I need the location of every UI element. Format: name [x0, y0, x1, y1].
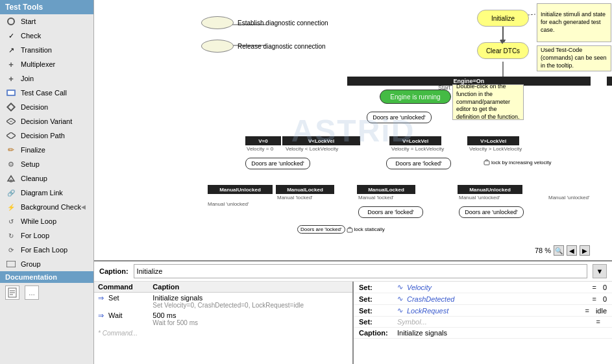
sidebar-item-finalize[interactable]: ✏ Finalize — [0, 143, 93, 157]
v-gt-lock-band: V>LockVel — [467, 136, 519, 145]
engine-running-label: Engine is running — [390, 93, 440, 101]
sidebar-label-group: Group — [21, 260, 41, 268]
sidebar-label-transition: Transition — [21, 46, 52, 54]
cmd-wait-caption: 500 ms — [153, 311, 176, 319]
manual-unlocked-t2: Manual 'unlocked' — [208, 201, 249, 207]
cmd-col-command: Command — [94, 282, 149, 293]
diagram-canvas[interactable]: ASTRiD — [94, 0, 612, 260]
v-lock-vel-band: V=LockVel — [389, 136, 441, 145]
svg-rect-1 — [8, 91, 14, 95]
doors-locked-1[interactable]: Doors are 'locked' — [386, 158, 451, 169]
sidebar-label-testcasecall: Test Case Call — [21, 89, 67, 97]
lock-statically-area: Doors are 'locked' lock statically — [297, 225, 385, 234]
zoom-nav-button[interactable]: ◀ — [567, 245, 577, 256]
right-row-crash: Set: ∿ CrashDetected = 0 — [354, 293, 612, 305]
testcasecall-icon — [5, 88, 17, 97]
table-row[interactable]: * Command... — [94, 328, 352, 338]
table-row[interactable]: ⇒ Wait 500 ms Wait for 500 ms — [94, 310, 352, 328]
legend-oval-1 — [201, 16, 234, 29]
function-tooltip: Double-click on the function in the comm… — [452, 84, 524, 120]
sidebar-item-start[interactable]: Start — [0, 14, 93, 29]
right-tilde-3: ∿ — [397, 306, 403, 315]
sidebar-item-setup[interactable]: ⚙ Setup — [0, 157, 93, 171]
doors-unlocked-4[interactable]: Doors are 'unlocked' — [459, 206, 524, 218]
sidebar-item-transition[interactable]: ↗ Transition — [0, 43, 93, 57]
caption-dropdown-button[interactable]: ▼ — [593, 264, 607, 278]
zoom-in-button[interactable]: 🔍 — [554, 245, 564, 256]
lock-statically[interactable]: lock statically — [347, 226, 385, 233]
sidebar-label-forloop: For Loop — [21, 232, 49, 239]
right-row-caption: Caption: Initialize signals — [354, 328, 612, 339]
right-tilde-2: ∿ — [397, 295, 403, 303]
doors-unlocked-3[interactable]: Doors are 'unlocked' — [245, 158, 310, 169]
sidebar-item-decisionpath[interactable]: Decision Path — [0, 128, 93, 143]
sidebar-label-start: Start — [21, 18, 36, 25]
sidebar-label-setup: Setup — [21, 160, 40, 168]
initialize-node[interactable]: Initialize — [477, 10, 529, 27]
caption-input[interactable] — [134, 264, 587, 278]
sidebar-item-forloop[interactable]: ↻ For Loop — [0, 228, 93, 243]
circle-icon — [5, 17, 17, 26]
link-icon: 🔗 — [5, 188, 17, 197]
legend-label-2: Release diagnostic connection — [238, 43, 326, 50]
sidebar-item-decision[interactable]: Decision — [0, 100, 93, 114]
sidebar-item-check[interactable]: ✓ Check — [0, 29, 93, 43]
doc-link-icon[interactable]: … — [25, 285, 39, 300]
sidebar-item-diagramlink[interactable]: 🔗 Diagram Link — [0, 186, 93, 200]
sidebar-item-backgroundcheck[interactable]: ⚡ Background Check ◀ — [0, 200, 93, 214]
sidebar-item-whileloop[interactable]: ↺ While Loop — [0, 214, 93, 228]
sidebar-item-decisionvariant[interactable]: Decision Variant — [0, 114, 93, 128]
legend-area: Establish diagnostic connection Release … — [201, 16, 328, 53]
right-row-lock: Set: ∿ LockRequest = idle — [354, 305, 612, 317]
v0-band: V=0 — [245, 136, 281, 145]
setup-icon: ⚙ — [5, 160, 17, 169]
engine-running-node[interactable]: Engine is running — [380, 90, 451, 104]
sidebar-item-testcasecall[interactable]: Test Case Call — [0, 86, 93, 100]
sidebar-item-group[interactable]: Group — [0, 257, 93, 271]
doors-unlocked-1[interactable]: Doors are 'unlocked' — [367, 112, 432, 123]
doors-locked-3-box[interactable]: Doors are 'locked' — [297, 225, 345, 234]
right-eq-1: = — [592, 284, 596, 291]
cmd-new-label: * Command... — [98, 330, 138, 337]
sidebar-title: Test Tools — [0, 0, 93, 14]
cmd-set-caption: Initialize signals — [153, 294, 202, 302]
svg-rect-6 — [6, 261, 16, 267]
command-table: Command Caption ⇒ Set I — [94, 282, 352, 338]
caption-field-label: Caption: — [99, 267, 129, 275]
command-table-area: Command Caption ⇒ Set I — [94, 282, 354, 364]
manual-unlocked-1-band: ManualUnlocked — [208, 185, 273, 194]
sidebar-item-join[interactable]: + Join — [0, 71, 93, 86]
sidebar-item-cleanup[interactable]: Cleanup — [0, 171, 93, 186]
sidebar-label-decisionpath: Decision Path — [21, 132, 65, 140]
cmd-set-icon: ⇒ — [98, 294, 104, 302]
sidebar-item-multiplexer[interactable]: + Multiplexer — [0, 57, 93, 71]
cleanup-icon — [5, 174, 17, 183]
sidebar-label-check: Check — [21, 32, 41, 40]
right-set-label-1: Set: — [359, 284, 395, 291]
initialize-label: Initialize — [491, 15, 515, 22]
doors-locked-2[interactable]: Doors are 'locked' — [358, 206, 423, 218]
caption-row: Caption: ▼ — [94, 261, 612, 282]
right-eq-2: = — [592, 295, 596, 303]
legend-oval-2 — [201, 40, 234, 53]
zoom-nav-right-button[interactable]: ▶ — [580, 245, 590, 256]
cmd-set-type: Set — [108, 294, 119, 302]
right-row-velocity: Set: ∿ Velocity = 0 — [354, 282, 612, 293]
sidebar-label-finalize: Finalize — [21, 146, 45, 154]
whileloop-icon: ↺ — [5, 217, 17, 226]
right-eq-3: = — [585, 307, 589, 315]
right-signal-crash: CrashDetected — [407, 295, 585, 303]
zoom-label: 78 % — [535, 247, 551, 254]
zoom-bar: 78 % 🔍 ◀ ▶ — [532, 244, 593, 257]
decisionpath-icon — [5, 131, 17, 140]
velocity-lt-text: Velocity < LockVelocity — [286, 146, 338, 152]
right-caption-value: Initialize signals — [397, 329, 447, 337]
clear-dtcs-node[interactable]: Clear DTCs — [477, 42, 529, 59]
right-signal-velocity: Velocity — [407, 284, 585, 291]
doc-page-icon[interactable] — [5, 285, 19, 300]
svg-rect-17 — [347, 228, 352, 232]
cmd-wait-detail: Wait for 500 ms — [153, 319, 349, 326]
sidebar-item-foreachloop[interactable]: ⟳ For Each Loop — [0, 243, 93, 257]
arrow-init-clear-head — [500, 40, 505, 44]
table-row[interactable]: ⇒ Set Initialize signals Set Velocity=0,… — [94, 293, 352, 311]
